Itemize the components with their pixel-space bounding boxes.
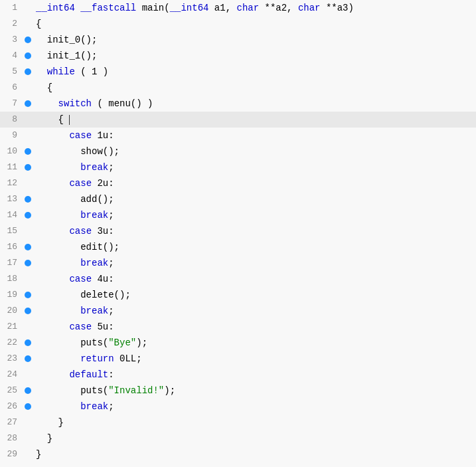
breakpoint-indicator [25, 339, 31, 346]
breakpoint-dot[interactable] [23, 244, 33, 250]
breakpoint-dot[interactable] [23, 387, 33, 394]
token-plain [36, 401, 80, 412]
token-plain: } [36, 417, 64, 428]
breakpoint-dot[interactable] [23, 52, 33, 59]
code-line: 14 break; [0, 207, 476, 223]
breakpoint-dot[interactable] [23, 37, 33, 43]
code-line: 25 puts("Invalid!"); [0, 383, 476, 399]
token-kw: break [80, 162, 108, 173]
breakpoint-dot[interactable] [23, 260, 33, 266]
token-plain: ; [108, 306, 114, 316]
token-str: "Bye" [108, 337, 136, 348]
code-line: 22 puts("Bye"); [0, 335, 476, 351]
token-plain: init_1(); [36, 50, 97, 61]
token-plain: 1u: [92, 130, 114, 141]
breakpoint-dot[interactable] [23, 196, 33, 203]
code-line: 6 { [0, 80, 476, 96]
code-content: { [33, 16, 41, 32]
code-line: 19 delete(); [0, 287, 476, 303]
line-number: 5 [0, 64, 23, 80]
line-number: 27 [0, 415, 23, 430]
line-number: 26 [0, 399, 23, 415]
token-plain [36, 322, 69, 332]
breakpoint-dot[interactable] [23, 68, 33, 75]
code-content: init_1(); [33, 48, 97, 64]
code-content: __int64 __fastcall main(__int64 a1, char… [33, 0, 354, 16]
code-content: delete(); [33, 287, 131, 303]
code-content: case 1u: [33, 128, 114, 143]
code-content: break; [33, 303, 114, 319]
token-plain: } [36, 449, 41, 460]
breakpoint-dot[interactable] [23, 212, 33, 219]
code-line: 18 case 4u: [0, 271, 476, 287]
line-number: 22 [0, 335, 23, 351]
token-plain: 2u: [92, 178, 114, 189]
breakpoint-dot[interactable] [23, 148, 33, 155]
breakpoint-indicator [25, 100, 31, 107]
breakpoint-dot[interactable] [23, 100, 33, 107]
token-str: "Invalid!" [108, 385, 164, 396]
line-number: 25 [0, 383, 23, 399]
token-plain [36, 306, 80, 316]
token-plain: edit(); [36, 242, 119, 252]
breakpoint-indicator [25, 244, 31, 250]
token-plain: ; [108, 210, 114, 221]
token-plain: { [36, 19, 41, 29]
line-number: 17 [0, 255, 23, 271]
breakpoint-dot[interactable] [23, 403, 33, 410]
breakpoint-indicator [25, 260, 31, 266]
breakpoint-dot[interactable] [23, 164, 33, 171]
line-number: 6 [0, 80, 23, 96]
token-kw: case [69, 130, 92, 141]
token-type: __int64 [170, 3, 209, 13]
code-content: show(); [33, 143, 119, 159]
code-line: 15 case 3u: [0, 223, 476, 239]
token-plain: ; [108, 162, 114, 173]
code-view: 1__int64 __fastcall main(__int64 a1, cha… [0, 0, 476, 467]
line-number: 9 [0, 128, 23, 143]
breakpoint-dot[interactable] [23, 308, 33, 314]
code-line: 12 case 2u: [0, 175, 476, 191]
breakpoint-dot[interactable] [23, 339, 33, 346]
token-kw: break [80, 306, 108, 316]
line-number: 1 [0, 0, 23, 16]
line-number: 20 [0, 303, 23, 319]
code-line: 9 case 1u: [0, 128, 476, 143]
token-kw: while [47, 66, 75, 77]
token-plain [36, 353, 80, 364]
text-cursor [69, 115, 70, 125]
code-content: break; [33, 159, 114, 175]
token-plain [36, 226, 69, 236]
token-kw: switch [58, 98, 92, 109]
token-kw: case [69, 178, 92, 189]
token-plain: puts( [36, 385, 108, 396]
token-type: __int64 [36, 3, 75, 13]
code-content: add(); [33, 191, 114, 207]
code-content: init_0(); [33, 32, 97, 48]
line-number: 12 [0, 175, 23, 191]
token-plain: 4u: [92, 274, 114, 284]
token-kw: break [80, 210, 108, 221]
token-plain: ( menu() ) [92, 98, 153, 109]
code-content: case 4u: [33, 271, 114, 287]
token-plain: init_0(); [36, 35, 97, 45]
breakpoint-dot[interactable] [23, 292, 33, 298]
token-type: char [298, 3, 321, 13]
token-plain: main( [136, 3, 169, 13]
breakpoint-dot[interactable] [23, 355, 33, 362]
code-content: while ( 1 ) [33, 64, 108, 80]
breakpoint-indicator [25, 52, 31, 59]
code-content: { [33, 80, 52, 96]
line-number: 4 [0, 48, 23, 64]
line-number: 28 [0, 430, 23, 446]
code-line: 17 break; [0, 255, 476, 271]
breakpoint-indicator [25, 387, 31, 394]
code-content: default: [33, 367, 114, 383]
breakpoint-indicator [25, 68, 31, 75]
breakpoint-indicator [25, 196, 31, 203]
line-number: 15 [0, 223, 23, 239]
token-plain: ); [136, 337, 147, 348]
breakpoint-indicator [25, 403, 31, 410]
token-plain: 5u: [92, 322, 114, 332]
token-plain [36, 130, 69, 141]
